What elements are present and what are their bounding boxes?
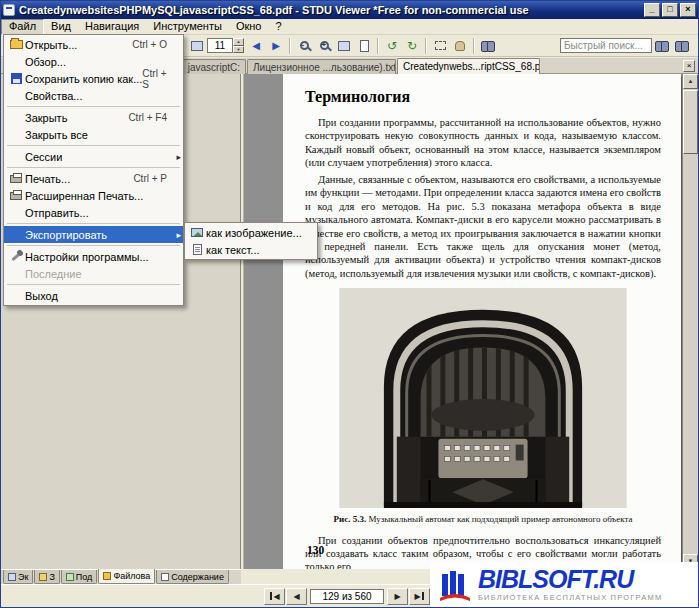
stepper-down-icon[interactable]: ▼ <box>233 46 244 54</box>
sidebar-tab-bookmarks[interactable]: З <box>34 570 59 584</box>
biblsoft-title: BIBLSOFT.RU <box>478 567 662 592</box>
fit-page-icon <box>360 40 369 52</box>
menu-item-export[interactable]: Экспортировать ▸ <box>4 226 183 243</box>
submenu-item-as-text[interactable]: как текст... <box>185 241 317 258</box>
menu-item-print[interactable]: Печать... Ctrl + P <box>4 170 183 187</box>
rotate-left-button[interactable]: ↺ <box>382 37 402 55</box>
tab-license-txt[interactable]: Лицензионное ...льзование).txt <box>247 59 396 74</box>
page-navigation: ◀ ◀ 129 из 560 ▶ ▶ <box>264 588 430 605</box>
next-view-button[interactable]: ▶ <box>266 37 286 55</box>
figure-caption-text: Музыкальный автомат как подходящий приме… <box>368 514 632 524</box>
sidebar-tab-contents[interactable]: Содержание <box>156 570 229 584</box>
titlebar: CreatedynwebsitesPHPMySQLjavascriptCSS_6… <box>1 1 698 19</box>
figure-caption-label: Рис. 5.3. <box>334 514 367 524</box>
jukebox-figure-image <box>339 288 627 510</box>
file-menu-dropdown: Открыть... Ctrl + O Обзор... Сохранить к… <box>3 34 184 306</box>
first-page-button[interactable]: ◀ <box>264 588 285 605</box>
quick-search-group <box>560 37 692 55</box>
page-number: 130 <box>307 544 324 556</box>
menu-item-exit[interactable]: Выход <box>4 287 183 304</box>
previous-page-button[interactable]: ◀ <box>286 588 307 605</box>
submenu-arrow-icon: ▸ <box>171 230 181 240</box>
thumbnails-icon <box>8 573 16 581</box>
toolbar-separator <box>425 38 427 54</box>
sidebar-tab-thumbnails[interactable]: Эк <box>3 570 33 584</box>
submenu-item-as-image[interactable]: как изображение... <box>185 224 317 241</box>
rotate-ccw-icon: ↺ <box>387 39 397 53</box>
menu-item-settings[interactable]: Настройки программы... <box>4 248 183 265</box>
zoom-in-button[interactable]: + <box>314 37 334 55</box>
close-button[interactable]: × <box>680 3 696 17</box>
hand-tool-button[interactable] <box>450 37 470 55</box>
page-number-stepper[interactable]: ▲ ▼ <box>233 38 244 53</box>
right-arrow-icon: ▶ <box>272 40 280 51</box>
menu-item-save-copy-as[interactable]: Сохранить копию как... Ctrl + S <box>4 70 183 87</box>
next-page-icon: ▶ <box>394 592 400 601</box>
quick-search-input[interactable] <box>560 38 652 53</box>
minimize-button[interactable]: _ <box>644 3 660 17</box>
toggle-sidebar-button[interactable] <box>187 37 207 55</box>
sidebar-tab-highlights[interactable]: Под <box>61 570 98 584</box>
stepper-up-icon[interactable]: ▲ <box>233 38 244 46</box>
fit-page-button[interactable] <box>354 37 374 55</box>
menu-window[interactable]: Окно <box>229 19 269 35</box>
previous-view-button[interactable]: ◀ <box>246 37 266 55</box>
menu-separator <box>7 106 180 107</box>
folder-icon <box>103 572 111 580</box>
last-page-icon <box>422 592 424 600</box>
menu-item-send[interactable]: Отправить... <box>4 204 183 221</box>
biblsoft-subtitle: БИБЛИОТЕКА БЕСПЛАТНЫХ ПРОГРАММ <box>478 593 662 602</box>
first-page-icon <box>270 592 272 600</box>
menu-file[interactable]: Файл <box>1 19 44 35</box>
find-previous-button[interactable] <box>672 37 692 55</box>
menu-item-close-all[interactable]: Закрыть все <box>4 126 183 143</box>
scrollbar-thumb[interactable] <box>683 90 698 154</box>
toolbar-separator <box>473 38 475 54</box>
scroll-up-button[interactable]: ▲ <box>683 74 698 89</box>
menu-separator <box>7 167 180 168</box>
menu-item-open[interactable]: Открыть... Ctrl + O <box>4 36 183 53</box>
sidebar-tab-bar: Эк З Под Файлова Содержание <box>1 569 241 584</box>
toolbar-separator <box>289 38 291 54</box>
zoom-out-button[interactable]: - <box>294 37 314 55</box>
find-next-button[interactable] <box>652 37 672 55</box>
vertical-scrollbar[interactable]: ▲ ▼ <box>682 74 698 569</box>
next-page-button[interactable]: ▶ <box>387 588 408 605</box>
page-heading: Терминология <box>305 88 661 106</box>
fit-width-button[interactable] <box>334 37 354 55</box>
menu-separator <box>7 284 180 285</box>
menu-tools[interactable]: Инструменты <box>146 19 229 35</box>
menu-item-properties[interactable]: Свойства... <box>4 87 183 104</box>
save-icon <box>7 72 25 85</box>
stdu-viewer-window: { "glyphs": { "minimize": "_", "maximize… <box>0 0 699 608</box>
page-number-input[interactable] <box>207 38 233 53</box>
menu-help[interactable]: ? <box>268 19 288 35</box>
biblsoft-logo-text: BIBLSOFT.RU БИБЛИОТЕКА БЕСПЛАТНЫХ ПРОГРА… <box>478 567 662 602</box>
menu-item-advanced-print[interactable]: Расширенная Печать... <box>4 187 183 204</box>
printer-icon <box>7 189 25 202</box>
selection-rect-icon <box>435 41 446 50</box>
window-title: CreatedynwebsitesPHPMySQLjavascriptCSS_6… <box>19 4 642 16</box>
menubar: Файл Вид Навигация Инструменты Окно ? <box>1 19 698 35</box>
close-tab-button[interactable]: × <box>683 60 695 72</box>
app-icon <box>3 4 15 16</box>
menu-separator <box>7 223 180 224</box>
export-submenu: как изображение... как текст... <box>184 222 318 260</box>
menu-item-close[interactable]: Закрыть Ctrl + F4 <box>4 109 183 126</box>
biblsoft-logo-icon <box>438 568 472 602</box>
select-tool-button[interactable] <box>430 37 450 55</box>
pdf-page: Терминология При создании программы, рас… <box>283 74 681 569</box>
menu-navigation[interactable]: Навигация <box>78 19 146 35</box>
rotate-right-button[interactable]: ↻ <box>402 37 422 55</box>
tab-createdynwebsites-pdf[interactable]: Createdynwebs...riptCSS_68.pdf <box>397 58 540 74</box>
menu-separator <box>7 245 180 246</box>
menu-view[interactable]: Вид <box>44 19 78 35</box>
sidebar-tab-files[interactable]: Файлова <box>98 569 155 584</box>
paragraph: При создании программы, рассчитанной на … <box>305 116 661 170</box>
left-arrow-icon: ◀ <box>252 40 260 51</box>
menu-item-sessions[interactable]: Сессии ▸ <box>4 148 183 165</box>
maximize-button[interactable]: □ <box>662 3 678 17</box>
search-button[interactable] <box>478 37 498 55</box>
highlights-icon <box>66 573 74 581</box>
last-page-button[interactable]: ▶ <box>409 588 430 605</box>
